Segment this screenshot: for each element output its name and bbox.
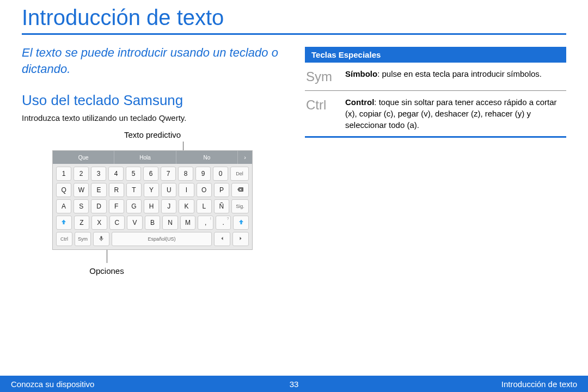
footer-right: Introducción de texto <box>501 379 577 389</box>
key-enye: Ñ <box>214 199 229 213</box>
key-del: Del <box>230 167 249 181</box>
key-period: .? <box>216 216 231 230</box>
key-g: G <box>126 199 142 213</box>
key-h: H <box>144 199 159 213</box>
bottom-row: Ctrl Sym Español(US) <box>56 232 249 246</box>
key-s: S <box>74 199 89 213</box>
key-1: 1 <box>56 167 71 181</box>
key-backspace <box>231 183 249 197</box>
special-key-row: Sym Símbolo: pulse en esta tecla para in… <box>305 63 566 91</box>
key-y: Y <box>144 183 159 197</box>
shift-up-icon <box>238 219 244 227</box>
key-k: K <box>179 199 194 213</box>
key-r: R <box>109 183 124 197</box>
key-n: N <box>162 216 178 230</box>
key-4: 4 <box>108 167 124 181</box>
key-o: O <box>197 183 212 197</box>
key-q: Q <box>56 183 71 197</box>
qwerty-row-3: Z X C V B N M ,! .? <box>56 216 249 230</box>
key-j: J <box>161 199 176 213</box>
key-l: L <box>197 199 212 213</box>
key-ctrl: Ctrl <box>56 232 72 246</box>
keyboard-illustration: Que Hola No › 1 2 3 4 5 6 7 <box>52 150 253 250</box>
key-a: A <box>56 199 71 213</box>
special-key-desc: Control: toque sin soltar para tener acc… <box>345 96 563 131</box>
section-body: Introduzca texto utilizando un teclado Q… <box>22 113 283 122</box>
key-comma: ,! <box>198 216 213 230</box>
key-shift-right <box>233 216 249 230</box>
key-t: T <box>126 183 142 197</box>
key-6: 6 <box>143 167 158 181</box>
key-sym: Sym <box>75 232 91 246</box>
key-5: 5 <box>126 167 141 181</box>
special-key-desc: Símbolo: pulse en esta tecla para introd… <box>345 68 542 79</box>
qwerty-row-1: Q W E R T Y U I O P <box>56 183 249 197</box>
suggestion-bar: Que Hola No › <box>53 151 252 164</box>
caret-right-icon <box>237 235 244 243</box>
key-space: Español(US) <box>112 232 212 246</box>
key-w: W <box>74 183 89 197</box>
backspace-icon <box>237 186 243 194</box>
key-v: V <box>127 216 143 230</box>
key-9: 9 <box>195 167 211 181</box>
section-heading: Uso del teclado Samsung <box>22 92 283 109</box>
suggestion-item: Que <box>53 151 114 164</box>
key-7: 7 <box>161 167 176 181</box>
leader-line-top <box>183 142 183 150</box>
key-m: M <box>180 216 196 230</box>
suggestion-item: No <box>176 151 238 164</box>
key-2: 2 <box>74 167 89 181</box>
key-arrow-right <box>232 232 249 246</box>
suggestion-item: Hola <box>114 151 176 164</box>
key-p: P <box>214 183 229 197</box>
key-b: B <box>145 216 161 230</box>
number-row: 1 2 3 4 5 6 7 8 9 0 Del <box>56 167 249 181</box>
microphone-icon <box>98 235 105 243</box>
key-3: 3 <box>91 167 106 181</box>
special-key-glyph-ctrl: Ctrl <box>306 96 339 113</box>
footer-page-number: 33 <box>290 379 299 389</box>
special-keys-header: Teclas Especiales <box>305 47 566 63</box>
key-options <box>93 232 109 246</box>
key-c: C <box>109 216 125 230</box>
left-column: El texto se puede introducir usando un t… <box>22 45 283 275</box>
caret-left-icon <box>219 235 225 243</box>
qwerty-row-2: A S D F G H J K L Ñ Sig. <box>56 199 249 213</box>
key-f: F <box>109 199 124 213</box>
key-d: D <box>91 199 106 213</box>
right-column: Teclas Especiales Sym Símbolo: pulse en … <box>305 45 566 275</box>
key-x: X <box>91 216 107 230</box>
key-u: U <box>161 183 176 197</box>
key-shift-left <box>56 216 72 230</box>
intro-text: El texto se puede introducir usando un t… <box>22 45 283 77</box>
callout-predictive-text: Texto predictivo <box>124 130 181 139</box>
special-key-row: Ctrl Control: toque sin soltar para tene… <box>305 91 566 138</box>
key-0: 0 <box>213 167 228 181</box>
key-i: I <box>179 183 194 197</box>
shift-up-icon <box>60 219 67 227</box>
suggestions-more-icon: › <box>238 151 252 164</box>
page-footer: Conozca su dispositivo 33 Introducción d… <box>0 376 588 392</box>
page-title: Introducción de texto <box>22 5 566 35</box>
key-z: Z <box>74 216 90 230</box>
leader-line-bottom <box>107 250 107 263</box>
footer-left: Conozca su dispositivo <box>11 379 94 389</box>
callout-options: Opciones <box>89 266 124 275</box>
key-sig: Sig. <box>231 199 249 213</box>
key-8: 8 <box>178 167 193 181</box>
special-key-glyph-sym: Sym <box>306 68 339 85</box>
key-arrow-left <box>214 232 230 246</box>
key-e: E <box>91 183 106 197</box>
